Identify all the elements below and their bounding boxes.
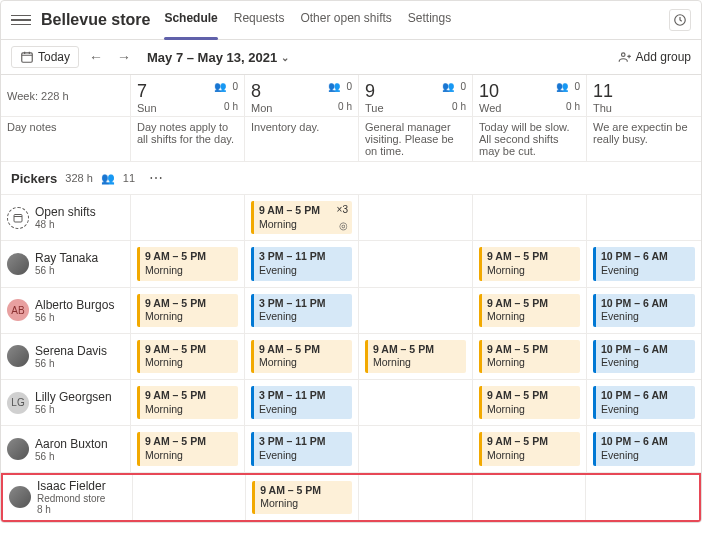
add-group-label: Add group bbox=[636, 50, 691, 64]
schedule-cell[interactable]: 9 AM – 5 PMMorning bbox=[131, 288, 245, 334]
svg-point-2 bbox=[621, 53, 625, 57]
people-icon: 👥 bbox=[328, 81, 340, 92]
shift-block[interactable]: 9 AM – 5 PMMorning bbox=[137, 386, 238, 419]
svg-rect-3 bbox=[14, 214, 22, 222]
shift-block[interactable]: 9 AM – 5 PMMorning bbox=[479, 386, 580, 419]
schedule-cell[interactable] bbox=[359, 380, 473, 426]
staff-name: Aaron Buxton bbox=[35, 437, 108, 451]
shift-block[interactable]: 9 AM – 5 PMMorning bbox=[479, 432, 580, 465]
tab-requests[interactable]: Requests bbox=[234, 7, 285, 33]
tab-other-open-shifts[interactable]: Other open shifts bbox=[300, 7, 391, 33]
staff-hours: 56 h bbox=[35, 312, 114, 323]
shift-block[interactable]: 3 PM – 11 PMEvening bbox=[251, 386, 352, 419]
schedule-cell[interactable]: 9 AM – 5 PMMorning bbox=[245, 334, 359, 380]
open-shifts-cell[interactable]: Open shifts 48 h bbox=[1, 195, 131, 241]
highlighted-staff-row: Isaac Fielder Redmond store 8 h 9 AM – 5… bbox=[1, 473, 701, 522]
tabs: Schedule Requests Other open shifts Sett… bbox=[164, 7, 451, 33]
avatar bbox=[7, 438, 29, 460]
shift-block[interactable]: 3 PM – 11 PMEvening bbox=[251, 432, 352, 465]
schedule-cell[interactable]: 9 AM – 5 PMMorning bbox=[473, 334, 587, 380]
staff-name: Serena Davis bbox=[35, 344, 107, 358]
schedule-cell[interactable] bbox=[359, 426, 473, 472]
day-header-row: Week: 228 h 7 Sun 👥0 0 h 8 Mon 👥0 0 h 9 … bbox=[1, 75, 701, 117]
day-note-tue[interactable]: General manager visiting. Please be on t… bbox=[359, 117, 473, 162]
shift-block[interactable]: 3 PM – 11 PMEvening bbox=[251, 294, 352, 327]
shift-block[interactable]: 9 AM – 5 PMMorning bbox=[137, 340, 238, 373]
day-notes-row: Day notes Day notes apply to all shifts … bbox=[1, 117, 701, 162]
shift-block[interactable]: 3 PM – 11 PMEvening bbox=[251, 247, 352, 280]
day-head-wed[interactable]: 10 Wed 👥0 0 h bbox=[473, 75, 587, 117]
tab-schedule[interactable]: Schedule bbox=[164, 7, 217, 33]
schedule-cell[interactable]: 10 PM – 6 AMEvening bbox=[587, 334, 701, 380]
schedule-cell[interactable]: 10 PM – 6 AMEvening bbox=[587, 241, 701, 287]
shift-block[interactable]: 9 AM – 5 PMMorning bbox=[137, 294, 238, 327]
schedule-cell[interactable]: 3 PM – 11 PMEvening bbox=[245, 288, 359, 334]
day-note-mon[interactable]: Inventory day. bbox=[245, 117, 359, 162]
shift-block[interactable]: 9 AM – 5 PMMorning bbox=[479, 247, 580, 280]
add-group-button[interactable]: Add group bbox=[618, 50, 691, 64]
shift-block[interactable]: 10 PM – 6 AMEvening bbox=[593, 340, 695, 373]
people-icon: 👥 bbox=[442, 81, 454, 92]
hamburger-icon[interactable] bbox=[11, 10, 31, 30]
staff-cell[interactable]: Serena Davis56 h bbox=[1, 334, 131, 380]
schedule-cell[interactable]: 3 PM – 11 PMEvening bbox=[245, 426, 359, 472]
next-arrow[interactable]: → bbox=[113, 47, 135, 67]
group-header[interactable]: Pickers 328 h 👥 11 ⋯ bbox=[1, 162, 701, 195]
date-range-picker[interactable]: May 7 – May 13, 2021 ⌄ bbox=[147, 50, 289, 65]
schedule-cell[interactable]: 9 AM – 5 PMMorning bbox=[131, 241, 245, 287]
staff-cell[interactable]: Aaron Buxton56 h bbox=[1, 426, 131, 472]
shift-block[interactable]: 10 PM – 6 AMEvening bbox=[593, 432, 695, 465]
schedule-cell[interactable]: 9 AM – 5 PMMorning bbox=[131, 334, 245, 380]
calendar-icon bbox=[20, 50, 34, 64]
schedule-cell[interactable] bbox=[359, 288, 473, 334]
prev-arrow[interactable]: ← bbox=[85, 47, 107, 67]
shift-block[interactable]: 9 AM – 5 PM Morning bbox=[252, 481, 352, 514]
schedule-cell[interactable]: 3 PM – 11 PMEvening bbox=[245, 241, 359, 287]
shift-block[interactable]: 10 PM – 6 AMEvening bbox=[593, 247, 695, 280]
shift-block[interactable]: 9 AM – 5 PMMorning bbox=[479, 340, 580, 373]
schedule-cell[interactable]: 3 PM – 11 PMEvening bbox=[245, 380, 359, 426]
today-button[interactable]: Today bbox=[11, 46, 79, 68]
shift-block[interactable]: 9 AM – 5 PMMorning bbox=[137, 247, 238, 280]
staff-cell[interactable]: ABAlberto Burgos56 h bbox=[1, 288, 131, 334]
day-head-sun[interactable]: 7 Sun 👥0 0 h bbox=[131, 75, 245, 117]
shift-block[interactable]: 9 AM – 5 PMMorning bbox=[251, 340, 352, 373]
open-shifts-row: Open shifts 48 h 9 AM – 5 PM Morning ×3 … bbox=[1, 195, 701, 241]
shift-block[interactable]: 9 AM – 5 PMMorning bbox=[137, 432, 238, 465]
schedule-cell[interactable]: 10 PM – 6 AMEvening bbox=[587, 288, 701, 334]
avatar bbox=[7, 345, 29, 367]
staff-row: ABAlberto Burgos56 h9 AM – 5 PMMorning3 … bbox=[1, 288, 701, 334]
avatar bbox=[7, 253, 29, 275]
staff-cell-isaac[interactable]: Isaac Fielder Redmond store 8 h bbox=[3, 475, 133, 520]
staff-cell[interactable]: Ray Tanaka56 h bbox=[1, 241, 131, 287]
group-more-icon[interactable]: ⋯ bbox=[149, 170, 163, 186]
schedule-cell[interactable]: 9 AM – 5 PMMorning bbox=[131, 426, 245, 472]
clock-icon bbox=[673, 13, 687, 27]
open-shift-block[interactable]: 9 AM – 5 PM Morning ×3 ◎ bbox=[251, 201, 352, 234]
shift-block[interactable]: 10 PM – 6 AMEvening bbox=[593, 386, 695, 419]
day-head-mon[interactable]: 8 Mon 👥0 0 h bbox=[245, 75, 359, 117]
schedule-cell[interactable]: 9 AM – 5 PMMorning bbox=[473, 288, 587, 334]
tab-settings[interactable]: Settings bbox=[408, 7, 451, 33]
staff-row: LGLilly Georgsen56 h9 AM – 5 PMMorning3 … bbox=[1, 380, 701, 426]
day-note-thu[interactable]: We are expectin be really busy. bbox=[587, 117, 701, 162]
day-head-thu[interactable]: 11 Thu bbox=[587, 75, 701, 117]
schedule-cell[interactable]: 9 AM – 5 PMMorning bbox=[473, 380, 587, 426]
schedule-cell[interactable]: 9 AM – 5 PMMorning bbox=[359, 334, 473, 380]
staff-row: Serena Davis56 h9 AM – 5 PMMorning9 AM –… bbox=[1, 334, 701, 380]
day-note-wed[interactable]: Today will be slow. All second shifts ma… bbox=[473, 117, 587, 162]
shift-block[interactable]: 9 AM – 5 PMMorning bbox=[365, 340, 466, 373]
schedule-cell[interactable] bbox=[359, 241, 473, 287]
day-head-tue[interactable]: 9 Tue 👥0 0 h bbox=[359, 75, 473, 117]
schedule-cell[interactable]: 9 AM – 5 PMMorning bbox=[131, 380, 245, 426]
schedule-cell[interactable]: 9 AM – 5 PMMorning bbox=[473, 241, 587, 287]
shift-block[interactable]: 9 AM – 5 PMMorning bbox=[479, 294, 580, 327]
day-note-sun[interactable]: Day notes apply to all shifts for the da… bbox=[131, 117, 245, 162]
svg-rect-1 bbox=[22, 53, 33, 62]
schedule-cell[interactable]: 10 PM – 6 AMEvening bbox=[587, 380, 701, 426]
staff-cell[interactable]: LGLilly Georgsen56 h bbox=[1, 380, 131, 426]
schedule-cell[interactable]: 10 PM – 6 AMEvening bbox=[587, 426, 701, 472]
clock-button[interactable] bbox=[669, 9, 691, 31]
shift-block[interactable]: 10 PM – 6 AMEvening bbox=[593, 294, 695, 327]
schedule-cell[interactable]: 9 AM – 5 PMMorning bbox=[473, 426, 587, 472]
